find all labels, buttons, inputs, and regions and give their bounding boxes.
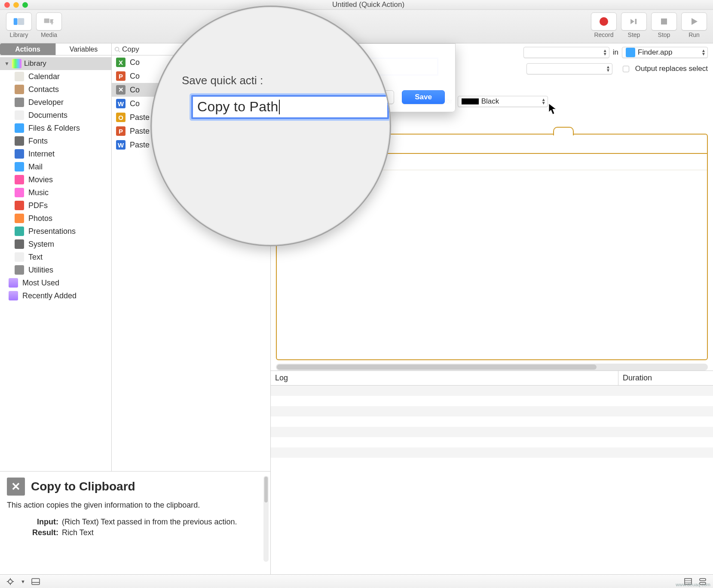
category-icon (15, 72, 24, 81)
category-icon (15, 214, 24, 223)
vertical-scrollbar[interactable] (263, 476, 269, 562)
svg-line-7 (119, 50, 120, 52)
sidebar-item[interactable]: Photos (0, 212, 111, 225)
save-button[interactable]: Save (402, 90, 445, 104)
mouse-cursor-icon (548, 103, 557, 117)
sidebar-item[interactable]: Text (0, 251, 111, 263)
app-letter-icon: ✕ (116, 85, 125, 95)
sidebar-item[interactable]: Fonts (0, 135, 111, 147)
status-bar: ▼ (0, 574, 713, 588)
toolbar-run-button[interactable]: Run (681, 12, 707, 38)
svg-rect-13 (32, 579, 40, 585)
info-result-key: Result: (7, 528, 58, 537)
save-prompt-label: Save quick acti : (182, 74, 263, 87)
sidebar-item-label: Recently Added (22, 291, 77, 300)
color-value: Black (481, 97, 499, 106)
output-replaces-checkbox[interactable] (623, 66, 629, 72)
sidebar-item[interactable]: Mail (0, 160, 111, 173)
window-minimize-button[interactable] (13, 2, 19, 8)
category-icon (15, 188, 24, 197)
category-icon (15, 252, 24, 262)
panel-toggle-icon[interactable] (31, 578, 40, 585)
color-combo[interactable]: Black ▲▼ (458, 96, 548, 107)
app-letter-icon: W (116, 140, 125, 150)
window-title: Untitled (Quick Action) (28, 0, 709, 9)
category-icon (15, 175, 24, 184)
workflow-input-combo[interactable]: ▲▼ (523, 47, 609, 58)
library-header-label: Library (24, 59, 46, 68)
workflow-app-combo[interactable]: Finder.app ▲▼ (622, 47, 708, 58)
workflow-app-value: Finder.app (638, 48, 672, 57)
sidebar-item-label: Most Used (22, 279, 59, 288)
sidebar-item[interactable]: Music (0, 186, 111, 199)
horizontal-scrollbar[interactable] (276, 364, 708, 371)
sidebar-item[interactable]: Documents (0, 109, 111, 122)
workflow-combo-2[interactable]: ▲▼ (526, 63, 612, 74)
traffic-lights (4, 2, 28, 8)
gear-icon[interactable] (6, 578, 15, 585)
category-icon (15, 227, 24, 236)
info-input-value: (Rich Text) Text passed in from the prev… (62, 518, 263, 527)
svg-point-8 (9, 579, 12, 583)
log-rows (271, 386, 713, 458)
sidebar-item[interactable]: Presentations (0, 225, 111, 238)
output-replaces-label: Output replaces select (635, 64, 708, 73)
flow-view-icon[interactable] (698, 578, 707, 585)
category-icon (15, 110, 24, 120)
toolbar-library-button[interactable]: Library (6, 12, 32, 38)
app-letter-icon: X (116, 58, 125, 67)
action-label: Co (130, 72, 140, 81)
svg-rect-4 (635, 19, 637, 24)
sidebar-item[interactable]: Movies (0, 173, 111, 186)
save-name-value: Copy to Path (197, 99, 278, 115)
toolbar-media-button[interactable]: Media (36, 12, 62, 38)
sidebar-item[interactable]: Files & Folders (0, 122, 111, 135)
chevron-down-icon[interactable]: ▼ (21, 579, 25, 584)
category-icon (15, 98, 24, 107)
window-zoom-button[interactable] (22, 2, 28, 8)
category-icon (15, 136, 24, 146)
sidebar-item[interactable]: Internet (0, 147, 111, 160)
toolbar-record-button[interactable]: Record (591, 12, 617, 38)
toolbar-stop-button[interactable]: Stop (651, 12, 677, 38)
color-swatch (462, 98, 479, 104)
sidebar-item-label: Fonts (28, 137, 48, 146)
sidebar-item-mostused[interactable]: Most Used (0, 276, 111, 289)
app-letter-icon: P (116, 126, 125, 136)
sidebar-item-label: Text (28, 253, 43, 262)
save-name-field[interactable]: Copy to Path (191, 95, 389, 119)
sidebar-item[interactable]: PDFs (0, 199, 111, 212)
info-description: This action copies the given information… (7, 501, 263, 510)
sidebar-item-recentlyadded[interactable]: Recently Added (0, 289, 111, 302)
sidebar-item[interactable]: Utilities (0, 263, 111, 276)
svg-point-6 (115, 47, 119, 51)
sidebar-item-label: Developer (28, 98, 64, 107)
list-view-icon[interactable] (684, 578, 692, 585)
sidebar-item-label: Utilities (28, 266, 53, 275)
sidebar-item-label: Internet (28, 150, 55, 159)
category-icon (15, 201, 24, 210)
sidebar-item-label: Photos (28, 214, 52, 223)
action-label: Co (130, 58, 140, 67)
toolbar-step-button[interactable]: Step (621, 12, 647, 38)
sidebar-item[interactable]: System (0, 238, 111, 251)
magnifier-overlay: Save quick acti : Copy to Path (150, 6, 391, 246)
app-letter-icon: O (116, 113, 125, 122)
finder-icon (626, 48, 635, 57)
category-icon (15, 149, 24, 159)
sidebar-item[interactable]: Contacts (0, 83, 111, 96)
sidebar-item-label: Calendar (28, 72, 60, 81)
sidebar-item-label: Presentations (28, 227, 76, 236)
duration-header[interactable]: Duration (618, 371, 713, 385)
tab-variables[interactable]: Variables (56, 43, 111, 55)
tab-actions[interactable]: Actions (0, 43, 56, 55)
log-header[interactable]: Log (271, 371, 618, 385)
library-header[interactable]: ▼ Library (0, 57, 111, 70)
utilities-icon: ✕ (7, 478, 25, 496)
info-input-key: Input: (7, 518, 58, 527)
window-close-button[interactable] (4, 2, 10, 8)
in-label: in (613, 48, 618, 57)
sidebar-item[interactable]: Developer (0, 96, 111, 109)
svg-point-3 (51, 23, 53, 25)
sidebar-item[interactable]: Calendar (0, 70, 111, 83)
